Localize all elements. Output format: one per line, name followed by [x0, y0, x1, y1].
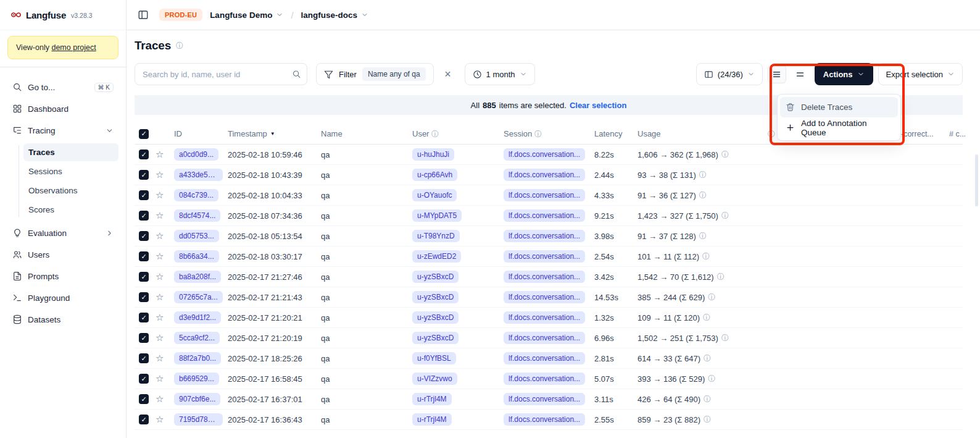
- sidebar-item-traces[interactable]: Traces: [23, 143, 118, 161]
- sidebar-item-playground[interactable]: Playground: [7, 288, 118, 307]
- trace-id-badge[interactable]: dd05753...: [174, 230, 219, 242]
- column-header-latency[interactable]: Latency: [592, 129, 635, 138]
- trace-id-badge[interactable]: 5cca9cf2...: [174, 332, 220, 344]
- user-badge[interactable]: u-VIZzvwo: [412, 373, 457, 385]
- column-header-extra[interactable]: # c...: [949, 130, 966, 138]
- user-badge[interactable]: u-T98YnzD: [412, 230, 460, 242]
- user-badge[interactable]: u-yzSBxcD: [412, 332, 459, 344]
- trace-id-badge[interactable]: 88f2a7b0...: [174, 352, 221, 364]
- session-badge[interactable]: lf.docs.conversation...: [504, 393, 585, 405]
- session-badge[interactable]: lf.docs.conversation...: [504, 271, 585, 283]
- row-checkbox[interactable]: ✓: [139, 313, 149, 322]
- scrollbar-thumb[interactable]: [975, 154, 978, 206]
- time-range-button[interactable]: 1 month: [465, 63, 535, 85]
- session-badge[interactable]: lf.docs.conversation...: [504, 311, 585, 324]
- star-icon[interactable]: ☆: [156, 169, 164, 180]
- sidebar-item-users[interactable]: Users: [7, 245, 118, 264]
- clear-selection-link[interactable]: Clear selection: [570, 101, 627, 110]
- sidebar-item-datasets[interactable]: Datasets: [7, 310, 118, 329]
- sidebar-toggle-button[interactable]: [135, 6, 152, 23]
- table-row[interactable]: ✓ ☆ 07265c7a... 2025-02-17 21:21:43 qa u…: [135, 287, 963, 308]
- table-row[interactable]: ✓ ☆ ba8a208f... 2025-02-17 21:27:46 qa u…: [135, 267, 963, 287]
- star-icon[interactable]: ☆: [156, 251, 164, 262]
- row-checkbox[interactable]: ✓: [139, 272, 149, 282]
- trace-id-badge[interactable]: 8b66a34...: [174, 250, 219, 263]
- star-icon[interactable]: ☆: [156, 230, 164, 242]
- sidebar-item-dashboard[interactable]: Dashboard: [7, 99, 118, 118]
- row-checkbox[interactable]: ✓: [139, 394, 149, 404]
- star-icon[interactable]: ☆: [156, 210, 164, 221]
- column-header-timestamp[interactable]: Timestamp ▼: [225, 129, 318, 138]
- star-icon[interactable]: ☆: [156, 190, 164, 201]
- sidebar-item-sessions[interactable]: Sessions: [23, 162, 118, 180]
- row-checkbox[interactable]: ✓: [139, 231, 149, 241]
- session-badge[interactable]: lf.docs.conversation...: [504, 413, 585, 426]
- user-badge[interactable]: u-cp66Avh: [412, 169, 457, 181]
- column-header-name[interactable]: Name: [318, 129, 410, 138]
- filter-button[interactable]: Filter Name any of qa: [316, 63, 434, 85]
- actions-button[interactable]: Actions: [815, 63, 873, 85]
- session-badge[interactable]: lf.docs.conversation...: [504, 169, 585, 181]
- session-badge[interactable]: lf.docs.conversation...: [504, 209, 585, 222]
- session-badge[interactable]: lf.docs.conversation...: [504, 291, 585, 303]
- session-badge[interactable]: lf.docs.conversation...: [504, 332, 585, 344]
- project-selector[interactable]: langfuse-docs: [301, 11, 369, 20]
- trace-id-badge[interactable]: 907cbf6e...: [174, 393, 220, 405]
- user-badge[interactable]: u-rTrjl4M: [412, 393, 452, 405]
- star-icon[interactable]: ☆: [156, 414, 164, 425]
- table-row[interactable]: ✓ ☆ 8dcf4574... 2025-02-18 07:34:36 qa u…: [135, 206, 963, 226]
- sidebar-item-observations[interactable]: Observations: [23, 182, 118, 200]
- table-row[interactable]: ✓ ☆ 8b66a34... 2025-02-18 03:30:17 qa u-…: [135, 246, 963, 267]
- row-checkbox[interactable]: ✓: [139, 353, 149, 363]
- row-height-small-button[interactable]: [768, 65, 786, 83]
- session-badge[interactable]: lf.docs.conversation...: [504, 230, 585, 242]
- filter-chip[interactable]: Name any of qa: [362, 67, 426, 81]
- menu-item-delete-traces[interactable]: Delete Traces: [780, 97, 898, 117]
- trace-id-badge[interactable]: ba8a208f...: [174, 271, 221, 283]
- table-row[interactable]: ✓ ☆ dd05753... 2025-02-18 05:13:54 qa u-…: [135, 226, 963, 246]
- star-icon[interactable]: ☆: [156, 394, 164, 405]
- user-badge[interactable]: u-f0YfBSL: [412, 352, 456, 364]
- column-header-id[interactable]: ID: [172, 129, 225, 138]
- star-icon[interactable]: ☆: [156, 149, 164, 160]
- row-checkbox[interactable]: ✓: [139, 170, 149, 180]
- session-badge[interactable]: lf.docs.conversation...: [504, 352, 585, 364]
- column-header-usage[interactable]: Usage: [635, 129, 766, 138]
- row-checkbox[interactable]: ✓: [139, 150, 149, 159]
- sidebar-item-tracing[interactable]: Tracing: [7, 121, 118, 140]
- column-header-session[interactable]: Session ⓘ: [501, 129, 592, 138]
- user-badge[interactable]: u-huJhuJi: [412, 148, 454, 161]
- sidebar-item-evaluation[interactable]: Evaluation: [7, 224, 118, 242]
- user-badge[interactable]: u-yzSBxcD: [412, 271, 459, 283]
- table-row[interactable]: ✓ ☆ 88f2a7b0... 2025-02-17 18:25:26 qa u…: [135, 348, 963, 369]
- row-checkbox[interactable]: ✓: [139, 374, 149, 384]
- star-icon[interactable]: ☆: [156, 292, 164, 303]
- row-checkbox[interactable]: ✓: [139, 292, 149, 302]
- session-badge[interactable]: lf.docs.conversation...: [504, 148, 585, 161]
- clear-filter-button[interactable]: ×: [440, 66, 456, 82]
- menu-item-add-to-annotation-queue[interactable]: Add to Annotation Queue: [780, 117, 898, 138]
- star-icon[interactable]: ☆: [156, 373, 164, 384]
- table-row[interactable]: ✓ ☆ d3e9d1f2... 2025-02-17 21:20:21 qa u…: [135, 308, 963, 328]
- trace-id-badge[interactable]: a0cd0d9...: [174, 148, 218, 161]
- star-icon[interactable]: ☆: [156, 332, 164, 343]
- session-badge[interactable]: lf.docs.conversation...: [504, 189, 585, 201]
- column-header-correct[interactable]: -correct...: [901, 130, 934, 138]
- user-badge[interactable]: u-yzSBxcD: [412, 311, 459, 324]
- row-checkbox[interactable]: ✓: [139, 190, 149, 200]
- user-badge[interactable]: u-rTrjl4M: [412, 413, 452, 426]
- search-icon[interactable]: [292, 70, 301, 79]
- trace-id-badge[interactable]: 7195d78e...: [174, 413, 223, 426]
- table-row[interactable]: ✓ ☆ 7195d78e... 2025-02-17 16:36:43 qa u…: [135, 410, 963, 430]
- column-header-user[interactable]: User ⓘ: [410, 129, 501, 138]
- goto-search[interactable]: Go to... ⌘ K: [7, 78, 118, 96]
- trace-id-badge[interactable]: 8dcf4574...: [174, 209, 220, 222]
- session-badge[interactable]: lf.docs.conversation...: [504, 250, 585, 263]
- row-height-large-button[interactable]: [791, 65, 810, 83]
- table-row[interactable]: ✓ ☆ a433de51... 2025-02-18 10:43:39 qa u…: [135, 165, 963, 185]
- star-icon[interactable]: ☆: [156, 312, 164, 323]
- trace-id-badge[interactable]: 084c739...: [174, 189, 218, 201]
- trace-id-badge[interactable]: 07265c7a...: [174, 291, 223, 303]
- columns-button[interactable]: (24/36): [696, 63, 763, 85]
- org-selector[interactable]: Langfuse Demo: [210, 11, 283, 20]
